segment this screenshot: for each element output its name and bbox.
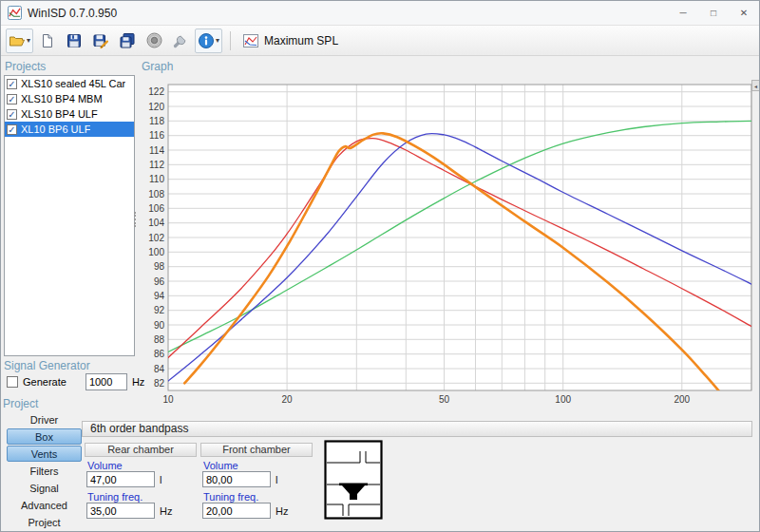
winisd-window: WinISD 0.7.0.950 ─ □ ✕ ▾ xyxy=(0,0,760,532)
generate-checkbox[interactable] xyxy=(7,376,18,388)
project-label: XLS10 BP4 ULF xyxy=(21,108,98,120)
rear-chamber-header: Rear chamber xyxy=(85,443,197,457)
svg-text:116: 116 xyxy=(149,130,164,141)
project-item[interactable]: ✓XLS10 BP4 MBM xyxy=(5,91,134,106)
folder-open-icon xyxy=(9,32,26,49)
signal-generator-section-label: Signal Generator xyxy=(4,359,90,372)
graph-section-label: Graph xyxy=(142,60,173,73)
svg-text:118: 118 xyxy=(149,116,164,126)
front-tuning-unit: Hz xyxy=(276,505,288,517)
svg-text:100: 100 xyxy=(148,247,164,257)
svg-text:86: 86 xyxy=(154,349,165,359)
chart-icon xyxy=(242,33,259,48)
chevron-down-icon: ▾ xyxy=(27,36,30,45)
svg-text:50: 50 xyxy=(439,394,450,405)
front-volume-label: Volume xyxy=(203,460,238,471)
driver-icon xyxy=(145,31,163,49)
save-button[interactable] xyxy=(62,28,86,53)
svg-text:84: 84 xyxy=(154,364,165,374)
svg-text:88: 88 xyxy=(154,334,165,345)
projects-section-label: Projects xyxy=(5,60,46,73)
svg-text:98: 98 xyxy=(154,261,165,272)
graph-type-label: Maximum SPL xyxy=(264,34,338,48)
svg-text:100: 100 xyxy=(555,394,571,405)
project-item[interactable]: ✓XLS10 BP4 ULF xyxy=(5,106,134,122)
toolbar: ▾ xyxy=(1,26,759,56)
project-label: XLS10 BP4 MBM xyxy=(21,93,103,104)
chevron-down-icon: ▾ xyxy=(216,36,219,45)
project-item[interactable]: ✓XLS10 sealed 45L Car xyxy=(5,76,134,91)
svg-text:106: 106 xyxy=(148,203,164,214)
tab-advanced[interactable]: Advanced xyxy=(7,497,82,513)
svg-text:10: 10 xyxy=(162,394,174,405)
project-checkbox[interactable]: ✓ xyxy=(7,79,17,89)
project-item[interactable]: ✓XL10 BP6 ULF xyxy=(5,122,134,137)
tab-filters[interactable]: Filters xyxy=(7,463,82,479)
svg-text:110: 110 xyxy=(149,174,164,184)
open-project-button[interactable]: ▾ xyxy=(6,28,33,53)
svg-text:112: 112 xyxy=(149,160,164,170)
floppy-disk-icon xyxy=(66,32,83,49)
tab-box[interactable]: Box xyxy=(7,428,82,445)
save-all-button[interactable] xyxy=(115,28,140,53)
floppy-pencil-icon xyxy=(92,32,109,49)
generate-label: Generate xyxy=(23,376,66,388)
svg-text:92: 92 xyxy=(154,305,165,315)
rear-tuning-unit: Hz xyxy=(160,505,172,517)
svg-text:114: 114 xyxy=(149,145,164,156)
rear-volume-unit: l xyxy=(160,474,162,485)
minimize-button[interactable]: ─ xyxy=(668,1,698,24)
rear-volume-input[interactable] xyxy=(86,471,155,487)
save-all-icon xyxy=(119,32,136,49)
svg-text:120: 120 xyxy=(148,102,164,112)
rear-tuning-input[interactable] xyxy=(86,503,155,519)
front-tuning-label: Tuning freq. xyxy=(203,491,258,503)
rear-volume-label: Volume xyxy=(87,460,123,471)
titlebar: WinISD 0.7.0.950 ─ □ ✕ xyxy=(1,1,759,26)
svg-text:122: 122 xyxy=(148,86,164,97)
svg-text:96: 96 xyxy=(154,276,165,287)
project-section-label: Project xyxy=(3,397,38,410)
front-volume-unit: l xyxy=(276,474,277,485)
svg-text:90: 90 xyxy=(154,320,165,331)
svg-text:102: 102 xyxy=(148,233,164,243)
window-title: WinISD 0.7.0.950 xyxy=(28,7,117,20)
wrench-icon xyxy=(172,32,189,49)
tools-button[interactable] xyxy=(168,28,193,53)
save-as-button[interactable] xyxy=(88,28,113,53)
driver-database-button[interactable] xyxy=(142,28,166,53)
front-volume-input[interactable] xyxy=(202,471,271,487)
bandpass-box-diagram xyxy=(324,440,383,520)
close-button[interactable]: ✕ xyxy=(729,1,759,24)
maximize-button[interactable]: □ xyxy=(698,1,729,24)
tab-signal[interactable]: Signal xyxy=(7,480,82,496)
svg-text:104: 104 xyxy=(148,218,164,228)
project-checkbox[interactable]: ✓ xyxy=(7,124,17,135)
info-button[interactable]: ▾ xyxy=(195,28,222,53)
new-document-icon xyxy=(39,32,56,49)
signal-generator-row: Generate Hz xyxy=(7,373,144,390)
graph-type-select[interactable]: Maximum SPL xyxy=(237,28,344,53)
info-icon xyxy=(198,32,215,49)
svg-text:82: 82 xyxy=(154,378,165,389)
projects-list[interactable]: ✓XLS10 sealed 45L Car✓XLS10 BP4 MBM✓XLS1… xyxy=(4,75,135,356)
tab-vents[interactable]: Vents xyxy=(7,446,82,462)
tab-driver[interactable]: Driver xyxy=(7,411,82,428)
new-project-button[interactable] xyxy=(35,28,60,53)
front-tuning-input[interactable] xyxy=(202,503,271,519)
toolbar-separator xyxy=(230,31,231,50)
tab-project[interactable]: Project xyxy=(7,514,82,530)
project-label: XL10 BP6 ULF xyxy=(21,124,90,135)
project-tabs: DriverBoxVentsFiltersSignalAdvancedProje… xyxy=(7,411,82,531)
frequency-input[interactable] xyxy=(86,373,127,390)
front-chamber-header: Front chamber xyxy=(200,443,313,457)
svg-text:108: 108 xyxy=(148,189,164,200)
app-icon xyxy=(8,6,22,20)
project-checkbox[interactable]: ✓ xyxy=(7,94,17,104)
project-checkbox[interactable]: ✓ xyxy=(7,109,17,120)
box-panel-title: 6th order bandpass xyxy=(82,421,752,437)
svg-text:200: 200 xyxy=(674,394,690,405)
spl-chart: 1221201181161141121101081061041021009896… xyxy=(140,76,759,408)
svg-text:20: 20 xyxy=(282,394,294,405)
panel-splitter[interactable] xyxy=(134,212,136,227)
